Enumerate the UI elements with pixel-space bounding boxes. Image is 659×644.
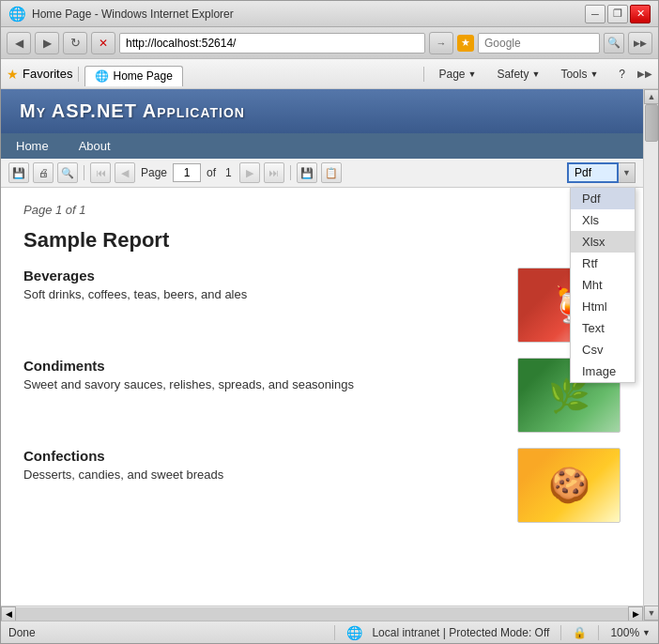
homepage-tab[interactable]: 🌐 Home Page (84, 66, 182, 86)
format-option-mht[interactable]: Mht (571, 274, 635, 296)
format-selected-text: Pdf (575, 166, 591, 179)
app-title: My ASP.NET Application (20, 100, 624, 122)
nav-item-home[interactable]: Home (1, 133, 64, 159)
toolbar-divider (78, 67, 79, 82)
section-confections: Confections Desserts, candies, and sweet… (23, 448, 621, 523)
report-toolbar: 💾 🖨 🔍 ⏮ ◀ Page of 1 ▶ ⏭ 💾 📋 Pdf (1, 159, 643, 188)
refresh-button[interactable]: ↻ (63, 32, 87, 54)
scroll-up-button[interactable]: ▲ (644, 89, 658, 104)
format-option-pdf[interactable]: Pdf (571, 188, 635, 209)
zoom-in-button[interactable]: 🔍 (57, 162, 78, 183)
more-toolbar-button[interactable]: ▶▶ (637, 69, 652, 79)
section-title-beverages: Beverages (23, 268, 498, 284)
safety-menu-button[interactable]: Safety ▼ (488, 63, 548, 85)
save-as-button[interactable]: 📋 (321, 162, 342, 183)
star-icon: ★ (7, 67, 19, 82)
page-chevron-icon: ▼ (468, 69, 477, 79)
print-button[interactable]: 🖨 (33, 162, 54, 183)
format-option-html[interactable]: Html (571, 296, 635, 317)
horizontal-scrollbar: ◀ ▶ (1, 606, 643, 621)
page-menu-label: Page (438, 68, 465, 81)
section-layout-confections: Confections Desserts, candies, and sweet… (23, 448, 621, 523)
main-toolbar: ★ Favorites 🌐 Home Page Page ▼ Safety ▼ … (1, 59, 658, 89)
scroll-track[interactable] (644, 104, 658, 606)
section-text-condiments: Condiments Sweet and savory sauces, reli… (23, 358, 498, 397)
format-selected-display[interactable]: Pdf (567, 162, 619, 183)
page-info: Page 1 of 1 (23, 203, 621, 217)
zoom-value: 100% (610, 626, 639, 639)
nav-item-about[interactable]: About (64, 133, 126, 159)
save-button[interactable]: 💾 (297, 162, 317, 183)
total-pages: 1 (225, 166, 232, 179)
export-button[interactable]: 💾 (8, 162, 29, 183)
h-scroll-track[interactable] (16, 607, 628, 621)
navigation-menu: Home About (1, 133, 643, 159)
zone-text: Local intranet | Protected Mode: Off (372, 626, 549, 639)
scroll-right-button[interactable]: ▶ (628, 606, 643, 621)
format-option-text[interactable]: Text (571, 317, 635, 339)
page-number-input[interactable] (173, 163, 201, 182)
section-image-confections (517, 448, 621, 523)
status-divider3 (598, 625, 599, 640)
last-page-button[interactable]: ⏭ (264, 162, 284, 183)
format-option-xls[interactable]: Xls (571, 209, 635, 231)
safety-menu-label: Safety (497, 68, 529, 81)
content-area: My ASP.NET Application Home About 💾 🖨 🔍 … (1, 89, 658, 621)
search-button[interactable]: 🔍 (604, 33, 624, 54)
favorites-toolbar-item[interactable]: ★ Favorites (7, 67, 72, 82)
next-page-button[interactable]: ▶ (239, 162, 260, 183)
minimize-button[interactable]: ─ (585, 5, 605, 23)
restore-button[interactable]: ❐ (607, 5, 628, 23)
section-beverages: Beverages Soft drinks, coffees, teas, be… (23, 268, 621, 343)
toolbar-divider2 (423, 67, 424, 82)
address-bar: ◀ ▶ ↻ ✕ → ★ 🔍 ▶▶ (1, 27, 658, 59)
tools-menu-button[interactable]: Tools ▼ (552, 63, 606, 85)
section-layout-beverages: Beverages Soft drinks, coffees, teas, be… (23, 268, 621, 343)
section-title-confections: Confections (23, 448, 498, 464)
toolbar-sep1 (84, 165, 84, 180)
status-divider2 (560, 625, 561, 640)
toolbar-sep2 (290, 165, 291, 180)
address-input[interactable] (119, 33, 425, 54)
forward-button[interactable]: ▶ (35, 32, 59, 54)
section-desc-confections: Desserts, candies, and sweet breads (23, 468, 498, 482)
section-title-condiments: Condiments (23, 358, 498, 374)
section-condiments: Condiments Sweet and savory sauces, reli… (23, 358, 621, 433)
favorites-icon: ★ (457, 35, 474, 52)
format-dropdown-arrow[interactable]: ▼ (619, 162, 636, 183)
format-option-xlsx[interactable]: Xlsx (571, 231, 635, 253)
section-text-beverages: Beverages Soft drinks, coffees, teas, be… (23, 268, 498, 307)
favorites-label: Favorites (23, 67, 72, 81)
go-button[interactable]: → (429, 32, 453, 54)
format-option-image[interactable]: Image (571, 360, 635, 382)
page-menu-button[interactable]: Page ▼ (430, 63, 484, 85)
app-header: My ASP.NET Application (1, 89, 643, 133)
back-button[interactable]: ◀ (7, 32, 31, 54)
zoom-chevron-icon: ▼ (642, 628, 651, 637)
scroll-left-button[interactable]: ◀ (1, 606, 16, 621)
safety-chevron-icon: ▼ (531, 69, 540, 79)
search-input[interactable] (478, 33, 600, 54)
prev-page-button[interactable]: ◀ (115, 162, 135, 183)
section-text-confections: Confections Desserts, candies, and sweet… (23, 448, 498, 487)
more-button[interactable]: ▶▶ (628, 32, 652, 54)
scroll-down-button[interactable]: ▼ (644, 606, 658, 621)
page-label: Page (141, 166, 167, 179)
tools-menu-label: Tools (560, 68, 587, 81)
window-controls: ─ ❐ ✕ (585, 5, 651, 23)
window-title: Home Page - Windows Internet Explorer (32, 8, 579, 21)
browser-window: 🌐 Home Page - Windows Internet Explorer … (0, 0, 659, 644)
report-title: Sample Report (23, 228, 621, 253)
status-bar: Done 🌐 Local intranet | Protected Mode: … (1, 621, 658, 643)
help-button[interactable]: ? (610, 63, 634, 85)
format-option-csv[interactable]: Csv (571, 339, 635, 360)
main-content: My ASP.NET Application Home About 💾 🖨 🔍 … (1, 89, 643, 621)
vertical-scrollbar: ▲ ▼ (643, 89, 658, 621)
format-select-container: Pdf ▼ Pdf Xls Xlsx Rtf Mht Html Text Csv… (567, 162, 636, 183)
first-page-button[interactable]: ⏮ (90, 162, 111, 183)
close-button[interactable]: ✕ (630, 5, 651, 23)
format-option-rtf[interactable]: Rtf (571, 253, 635, 274)
zone-icon: 🌐 (346, 625, 362, 640)
scroll-thumb[interactable] (645, 104, 658, 142)
stop-button[interactable]: ✕ (91, 32, 115, 54)
